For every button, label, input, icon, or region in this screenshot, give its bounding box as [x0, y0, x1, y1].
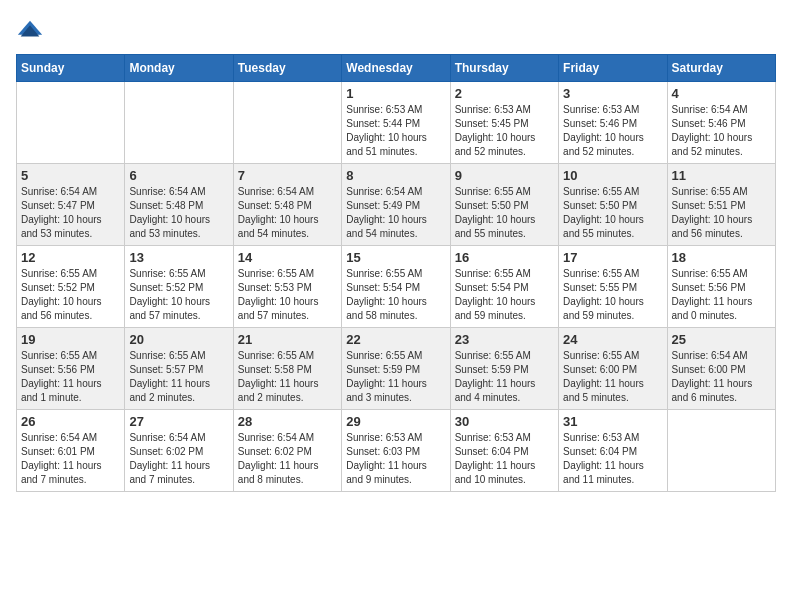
calendar-cell: 7Sunrise: 6:54 AMSunset: 5:48 PMDaylight…: [233, 164, 341, 246]
week-row-5: 26Sunrise: 6:54 AMSunset: 6:01 PMDayligh…: [17, 410, 776, 492]
calendar-cell: 10Sunrise: 6:55 AMSunset: 5:50 PMDayligh…: [559, 164, 667, 246]
calendar-cell: [233, 82, 341, 164]
calendar-cell: 19Sunrise: 6:55 AMSunset: 5:56 PMDayligh…: [17, 328, 125, 410]
calendar-cell: 13Sunrise: 6:55 AMSunset: 5:52 PMDayligh…: [125, 246, 233, 328]
week-row-1: 1Sunrise: 6:53 AMSunset: 5:44 PMDaylight…: [17, 82, 776, 164]
day-number: 13: [129, 250, 228, 265]
day-number: 8: [346, 168, 445, 183]
day-number: 27: [129, 414, 228, 429]
day-info: Sunrise: 6:53 AMSunset: 6:04 PMDaylight:…: [563, 431, 662, 487]
day-info: Sunrise: 6:54 AMSunset: 6:02 PMDaylight:…: [238, 431, 337, 487]
day-info: Sunrise: 6:54 AMSunset: 5:47 PMDaylight:…: [21, 185, 120, 241]
calendar-cell: 16Sunrise: 6:55 AMSunset: 5:54 PMDayligh…: [450, 246, 558, 328]
calendar-cell: 5Sunrise: 6:54 AMSunset: 5:47 PMDaylight…: [17, 164, 125, 246]
calendar-cell: 27Sunrise: 6:54 AMSunset: 6:02 PMDayligh…: [125, 410, 233, 492]
day-info: Sunrise: 6:55 AMSunset: 5:54 PMDaylight:…: [455, 267, 554, 323]
weekday-header-friday: Friday: [559, 55, 667, 82]
day-info: Sunrise: 6:53 AMSunset: 6:04 PMDaylight:…: [455, 431, 554, 487]
calendar-cell: [17, 82, 125, 164]
calendar-cell: 12Sunrise: 6:55 AMSunset: 5:52 PMDayligh…: [17, 246, 125, 328]
day-number: 15: [346, 250, 445, 265]
calendar-cell: [667, 410, 775, 492]
week-row-3: 12Sunrise: 6:55 AMSunset: 5:52 PMDayligh…: [17, 246, 776, 328]
calendar-cell: 4Sunrise: 6:54 AMSunset: 5:46 PMDaylight…: [667, 82, 775, 164]
day-number: 18: [672, 250, 771, 265]
day-number: 6: [129, 168, 228, 183]
day-info: Sunrise: 6:55 AMSunset: 5:52 PMDaylight:…: [21, 267, 120, 323]
day-number: 12: [21, 250, 120, 265]
day-number: 24: [563, 332, 662, 347]
day-info: Sunrise: 6:54 AMSunset: 5:49 PMDaylight:…: [346, 185, 445, 241]
calendar-cell: 31Sunrise: 6:53 AMSunset: 6:04 PMDayligh…: [559, 410, 667, 492]
weekday-header-tuesday: Tuesday: [233, 55, 341, 82]
day-number: 11: [672, 168, 771, 183]
weekday-header-saturday: Saturday: [667, 55, 775, 82]
day-info: Sunrise: 6:55 AMSunset: 5:59 PMDaylight:…: [346, 349, 445, 405]
day-number: 2: [455, 86, 554, 101]
calendar-cell: 11Sunrise: 6:55 AMSunset: 5:51 PMDayligh…: [667, 164, 775, 246]
day-number: 7: [238, 168, 337, 183]
day-info: Sunrise: 6:54 AMSunset: 6:01 PMDaylight:…: [21, 431, 120, 487]
calendar-cell: 8Sunrise: 6:54 AMSunset: 5:49 PMDaylight…: [342, 164, 450, 246]
calendar-cell: 1Sunrise: 6:53 AMSunset: 5:44 PMDaylight…: [342, 82, 450, 164]
day-number: 23: [455, 332, 554, 347]
calendar-cell: 14Sunrise: 6:55 AMSunset: 5:53 PMDayligh…: [233, 246, 341, 328]
day-number: 21: [238, 332, 337, 347]
day-info: Sunrise: 6:55 AMSunset: 5:57 PMDaylight:…: [129, 349, 228, 405]
day-number: 25: [672, 332, 771, 347]
day-info: Sunrise: 6:55 AMSunset: 5:56 PMDaylight:…: [672, 267, 771, 323]
day-number: 16: [455, 250, 554, 265]
weekday-header-wednesday: Wednesday: [342, 55, 450, 82]
day-info: Sunrise: 6:54 AMSunset: 5:48 PMDaylight:…: [129, 185, 228, 241]
calendar-cell: 26Sunrise: 6:54 AMSunset: 6:01 PMDayligh…: [17, 410, 125, 492]
day-info: Sunrise: 6:54 AMSunset: 5:48 PMDaylight:…: [238, 185, 337, 241]
calendar-cell: 28Sunrise: 6:54 AMSunset: 6:02 PMDayligh…: [233, 410, 341, 492]
calendar-cell: 6Sunrise: 6:54 AMSunset: 5:48 PMDaylight…: [125, 164, 233, 246]
logo: [16, 16, 48, 44]
calendar-cell: [125, 82, 233, 164]
page-header: [16, 16, 776, 44]
week-row-2: 5Sunrise: 6:54 AMSunset: 5:47 PMDaylight…: [17, 164, 776, 246]
day-number: 31: [563, 414, 662, 429]
calendar-cell: 30Sunrise: 6:53 AMSunset: 6:04 PMDayligh…: [450, 410, 558, 492]
day-info: Sunrise: 6:55 AMSunset: 5:50 PMDaylight:…: [563, 185, 662, 241]
day-info: Sunrise: 6:55 AMSunset: 5:50 PMDaylight:…: [455, 185, 554, 241]
day-number: 28: [238, 414, 337, 429]
calendar-cell: 21Sunrise: 6:55 AMSunset: 5:58 PMDayligh…: [233, 328, 341, 410]
day-number: 22: [346, 332, 445, 347]
logo-icon: [16, 16, 44, 44]
day-number: 4: [672, 86, 771, 101]
day-number: 5: [21, 168, 120, 183]
day-number: 1: [346, 86, 445, 101]
weekday-header-row: SundayMondayTuesdayWednesdayThursdayFrid…: [17, 55, 776, 82]
day-info: Sunrise: 6:55 AMSunset: 5:58 PMDaylight:…: [238, 349, 337, 405]
day-info: Sunrise: 6:53 AMSunset: 5:45 PMDaylight:…: [455, 103, 554, 159]
day-number: 10: [563, 168, 662, 183]
day-info: Sunrise: 6:53 AMSunset: 6:03 PMDaylight:…: [346, 431, 445, 487]
calendar-cell: 18Sunrise: 6:55 AMSunset: 5:56 PMDayligh…: [667, 246, 775, 328]
calendar-cell: 23Sunrise: 6:55 AMSunset: 5:59 PMDayligh…: [450, 328, 558, 410]
day-info: Sunrise: 6:54 AMSunset: 5:46 PMDaylight:…: [672, 103, 771, 159]
day-info: Sunrise: 6:54 AMSunset: 6:00 PMDaylight:…: [672, 349, 771, 405]
calendar-cell: 3Sunrise: 6:53 AMSunset: 5:46 PMDaylight…: [559, 82, 667, 164]
week-row-4: 19Sunrise: 6:55 AMSunset: 5:56 PMDayligh…: [17, 328, 776, 410]
calendar-cell: 24Sunrise: 6:55 AMSunset: 6:00 PMDayligh…: [559, 328, 667, 410]
day-number: 30: [455, 414, 554, 429]
day-number: 19: [21, 332, 120, 347]
calendar-cell: 2Sunrise: 6:53 AMSunset: 5:45 PMDaylight…: [450, 82, 558, 164]
day-number: 17: [563, 250, 662, 265]
weekday-header-thursday: Thursday: [450, 55, 558, 82]
calendar-cell: 17Sunrise: 6:55 AMSunset: 5:55 PMDayligh…: [559, 246, 667, 328]
day-number: 9: [455, 168, 554, 183]
day-info: Sunrise: 6:55 AMSunset: 6:00 PMDaylight:…: [563, 349, 662, 405]
calendar-cell: 25Sunrise: 6:54 AMSunset: 6:00 PMDayligh…: [667, 328, 775, 410]
day-info: Sunrise: 6:55 AMSunset: 5:51 PMDaylight:…: [672, 185, 771, 241]
day-info: Sunrise: 6:54 AMSunset: 6:02 PMDaylight:…: [129, 431, 228, 487]
calendar-table: SundayMondayTuesdayWednesdayThursdayFrid…: [16, 54, 776, 492]
day-number: 14: [238, 250, 337, 265]
calendar-cell: 29Sunrise: 6:53 AMSunset: 6:03 PMDayligh…: [342, 410, 450, 492]
day-number: 26: [21, 414, 120, 429]
day-info: Sunrise: 6:53 AMSunset: 5:44 PMDaylight:…: [346, 103, 445, 159]
weekday-header-sunday: Sunday: [17, 55, 125, 82]
day-info: Sunrise: 6:55 AMSunset: 5:55 PMDaylight:…: [563, 267, 662, 323]
